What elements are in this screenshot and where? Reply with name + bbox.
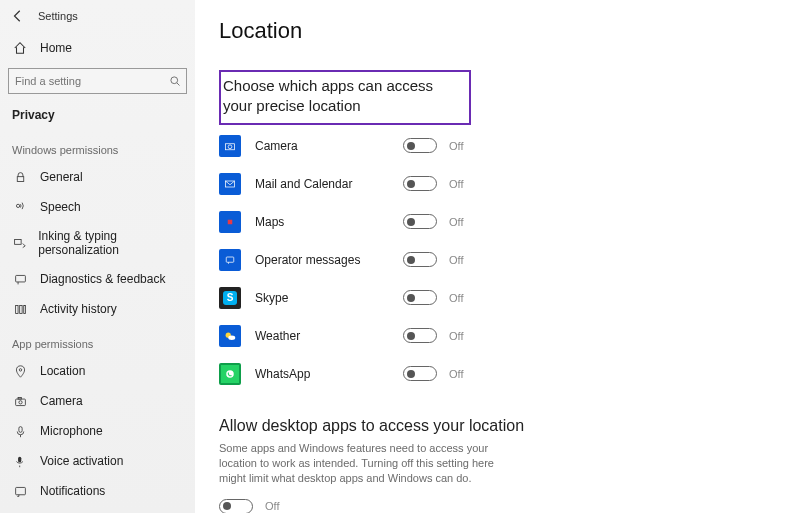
svg-rect-7 <box>19 305 21 313</box>
svg-point-17 <box>228 144 232 148</box>
app-name-label: Mail and Calendar <box>255 177 403 191</box>
sidebar-item-label: Activity history <box>40 302 117 316</box>
sidebar-item-label: Inking & typing personalization <box>38 229 183 257</box>
notifications-icon <box>12 483 28 499</box>
sidebar-item-label: Speech <box>40 200 81 214</box>
svg-rect-20 <box>226 257 234 262</box>
svg-rect-6 <box>15 305 17 313</box>
voice-icon <box>12 453 28 469</box>
svg-point-22 <box>228 335 235 339</box>
sidebar-item-activity-history[interactable]: Activity history <box>0 294 195 324</box>
maps-app-icon <box>219 211 241 233</box>
toggle-whatsapp[interactable] <box>403 366 437 381</box>
sidebar-item-camera[interactable]: Camera <box>0 386 195 416</box>
sidebar-group-windows-permissions: Windows permissions <box>0 130 195 162</box>
location-icon <box>12 363 28 379</box>
toggle-state-label: Off <box>449 330 463 342</box>
toggle-camera[interactable] <box>403 138 437 153</box>
sidebar-item-general[interactable]: General <box>0 162 195 192</box>
svg-rect-12 <box>18 397 21 399</box>
toggle-state-label: Off <box>449 140 463 152</box>
sidebar-item-speech[interactable]: Speech <box>0 192 195 222</box>
app-row-weather: Weather Off <box>219 319 776 353</box>
app-name-label: Weather <box>255 329 403 343</box>
microphone-icon <box>12 423 28 439</box>
sidebar-item-diagnostics[interactable]: Diagnostics & feedback <box>0 264 195 294</box>
app-row-maps: Maps Off <box>219 205 776 239</box>
section-heading-desktop-apps: Allow desktop apps to access your locati… <box>219 417 776 435</box>
app-name-label: Operator messages <box>255 253 403 267</box>
home-icon <box>12 40 28 56</box>
toggle-state-label: Off <box>449 368 463 380</box>
sidebar-item-label: Voice activation <box>40 454 123 468</box>
activity-icon <box>12 301 28 317</box>
toggle-state-label: Off <box>449 292 463 304</box>
sidebar-item-label: Diagnostics & feedback <box>40 272 165 286</box>
svg-rect-2 <box>17 176 24 181</box>
sidebar-item-location[interactable]: Location <box>0 356 195 386</box>
whatsapp-app-icon <box>219 363 241 385</box>
toggle-state-label: Off <box>265 500 279 512</box>
app-row-whatsapp: WhatsApp Off <box>219 357 776 391</box>
sidebar-item-label: General <box>40 170 83 184</box>
sidebar-item-label: Notifications <box>40 484 105 498</box>
app-title: Settings <box>38 10 78 22</box>
toggle-desktop-apps[interactable] <box>219 499 253 513</box>
toggle-state-label: Off <box>449 254 463 266</box>
content: Location Choose which apps can access yo… <box>195 0 800 513</box>
sidebar-header: Settings <box>0 6 195 30</box>
sidebar-item-notifications[interactable]: Notifications <box>0 476 195 506</box>
toggle-mail[interactable] <box>403 176 437 191</box>
sidebar-item-voice-activation[interactable]: Voice activation <box>0 446 195 476</box>
app-row-operator: Operator messages Off <box>219 243 776 277</box>
svg-rect-13 <box>18 426 21 432</box>
svg-point-9 <box>19 368 21 370</box>
sidebar-group-app-permissions: App permissions <box>0 324 195 356</box>
camera-app-icon <box>219 135 241 157</box>
sidebar-item-inking[interactable]: Inking & typing personalization <box>0 222 195 264</box>
toggle-state-label: Off <box>449 216 463 228</box>
section-heading-precise-location: Choose which apps can access your precis… <box>219 70 471 125</box>
speech-icon <box>12 199 28 215</box>
inking-icon <box>12 235 26 251</box>
toggle-state-label: Off <box>449 178 463 190</box>
sidebar-item-label: Home <box>40 41 72 55</box>
svg-point-23 <box>226 370 234 378</box>
svg-rect-4 <box>14 239 21 244</box>
sidebar-category-privacy[interactable]: Privacy <box>0 100 195 130</box>
toggle-maps[interactable] <box>403 214 437 229</box>
toggle-operator[interactable] <box>403 252 437 267</box>
mail-app-icon <box>219 173 241 195</box>
sidebar: Settings Home Privacy Windows permission… <box>0 0 195 513</box>
feedback-icon <box>12 271 28 287</box>
back-icon[interactable] <box>10 8 26 24</box>
search-input[interactable] <box>8 68 187 94</box>
app-row-skype: S Skype Off <box>219 281 776 315</box>
app-name-label: Camera <box>255 139 403 153</box>
svg-rect-8 <box>23 305 25 313</box>
app-row-mail: Mail and Calendar Off <box>219 167 776 201</box>
app-name-label: Skype <box>255 291 403 305</box>
svg-rect-14 <box>18 456 21 462</box>
operator-app-icon <box>219 249 241 271</box>
svg-point-11 <box>18 400 21 403</box>
sidebar-item-label: Microphone <box>40 424 103 438</box>
app-name-label: WhatsApp <box>255 367 403 381</box>
svg-rect-5 <box>15 275 25 282</box>
sidebar-item-home[interactable]: Home <box>0 34 195 62</box>
svg-rect-10 <box>15 399 25 406</box>
toggle-skype[interactable] <box>403 290 437 305</box>
svg-rect-15 <box>15 487 25 494</box>
skype-app-icon: S <box>219 287 241 309</box>
page-title: Location <box>219 18 776 44</box>
sidebar-item-label: Location <box>40 364 85 378</box>
app-row-camera: Camera Off <box>219 129 776 163</box>
svg-point-3 <box>16 204 19 207</box>
camera-icon <box>12 393 28 409</box>
toggle-weather[interactable] <box>403 328 437 343</box>
sidebar-item-label: Camera <box>40 394 83 408</box>
weather-app-icon <box>219 325 241 347</box>
search-wrap <box>8 68 187 94</box>
sidebar-item-microphone[interactable]: Microphone <box>0 416 195 446</box>
app-name-label: Maps <box>255 215 403 229</box>
